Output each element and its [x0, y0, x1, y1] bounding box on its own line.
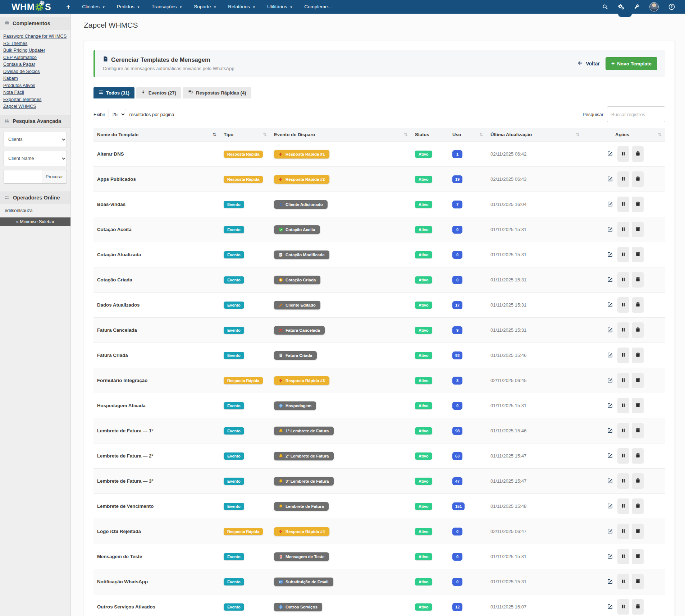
pause-button[interactable] — [617, 574, 629, 589]
pause-button[interactable] — [617, 247, 629, 262]
edit-button[interactable] — [605, 348, 615, 363]
sidebar-addon-link[interactable]: Kabam — [3, 75, 68, 82]
delete-button[interactable] — [632, 297, 644, 313]
pause-button[interactable] — [617, 524, 629, 539]
search-icon[interactable] — [602, 4, 608, 10]
column-header[interactable]: Tipo⇅ — [220, 128, 270, 142]
sort-icon[interactable]: ⇅ — [658, 132, 662, 137]
tab-todos-31-[interactable]: Todos (31) — [93, 87, 134, 98]
edit-button[interactable] — [605, 146, 615, 162]
back-button[interactable]: Voltar — [577, 60, 600, 67]
delete-button[interactable] — [632, 524, 644, 539]
delete-button[interactable] — [632, 398, 644, 413]
column-header[interactable]: Nome do Template⇅ — [93, 128, 220, 142]
pause-button[interactable] — [617, 322, 629, 338]
per-page-select[interactable]: 25 — [109, 109, 126, 120]
delete-button[interactable] — [632, 549, 644, 564]
sort-icon[interactable]: ⇅ — [576, 132, 580, 137]
sidebar-addon-link[interactable]: Password Change for WHMCS — [3, 33, 68, 40]
pause-button[interactable] — [617, 498, 629, 514]
system-settings-icon[interactable] — [634, 4, 640, 10]
edit-button[interactable] — [605, 473, 615, 489]
pause-button[interactable] — [617, 272, 629, 288]
table-search-input[interactable] — [607, 106, 665, 122]
sidebar-addon-link[interactable]: Bulk Pricing Updater — [3, 47, 68, 54]
edit-button[interactable] — [605, 297, 615, 313]
sidebar-addon-link[interactable]: Nota Fácil — [3, 89, 68, 96]
pause-button[interactable] — [617, 146, 629, 162]
edit-button[interactable] — [605, 599, 615, 615]
procurar-button[interactable]: Procurar — [42, 170, 67, 184]
column-header[interactable]: Última Atualização⇅ — [487, 128, 583, 142]
pause-button[interactable] — [617, 423, 629, 438]
pause-button[interactable] — [617, 448, 629, 464]
whmcs-logo[interactable]: WHMS — [12, 2, 51, 12]
sort-icon[interactable]: ⇅ — [213, 132, 216, 137]
delete-button[interactable] — [632, 348, 644, 363]
pause-button[interactable] — [617, 348, 629, 363]
edit-button[interactable] — [605, 448, 615, 464]
edit-button[interactable] — [605, 322, 615, 338]
edit-button[interactable] — [605, 498, 615, 514]
pause-button[interactable] — [617, 473, 629, 489]
delete-button[interactable] — [632, 599, 644, 615]
nav-item-compleme[interactable]: Compleme... — [298, 0, 338, 14]
sort-icon[interactable]: ⇅ — [479, 132, 483, 137]
sidebar-addon-link[interactable]: Produtos Ativos — [3, 82, 68, 89]
delete-button[interactable] — [632, 146, 644, 162]
pause-button[interactable] — [617, 398, 629, 413]
sidebar-addon-link[interactable]: Contas a Pagar — [3, 61, 68, 68]
edit-button[interactable] — [605, 272, 615, 288]
sidebar-addon-link[interactable]: Zapcel WHMCS — [3, 103, 68, 110]
search-field-select[interactable]: Client Name — [4, 151, 67, 166]
pause-button[interactable] — [617, 549, 629, 564]
delete-button[interactable] — [632, 574, 644, 589]
pause-button[interactable] — [617, 599, 629, 615]
nav-item-pedidos[interactable]: Pedidos ▾ — [111, 0, 146, 14]
help-icon[interactable]: ? — [668, 4, 675, 10]
sidebar-addon-link[interactable]: Exportar Telefones — [3, 96, 68, 103]
pause-button[interactable] — [617, 171, 629, 187]
minimise-sidebar-button[interactable]: « Minimise Sidebar — [0, 217, 70, 226]
edit-button[interactable] — [605, 171, 615, 187]
pause-button[interactable] — [617, 197, 629, 212]
nav-item-clientes[interactable]: Clientes ▾ — [76, 0, 111, 14]
column-header[interactable]: Ações⇅ — [583, 128, 665, 142]
column-header[interactable]: Uso⇅ — [449, 128, 487, 142]
avatar[interactable] — [649, 2, 659, 12]
edit-button[interactable] — [605, 574, 615, 589]
tab-respostas-r-pidas-4-[interactable]: Respostas Rápidas (4) — [183, 87, 251, 98]
nav-item-utilitrios[interactable]: Utilitários ▾ — [261, 0, 298, 14]
delete-button[interactable] — [632, 373, 644, 388]
edit-button[interactable] — [605, 247, 615, 262]
sidebar-addon-link[interactable]: RS Themes — [3, 40, 68, 47]
edit-button[interactable] — [605, 373, 615, 388]
pause-button[interactable] — [617, 373, 629, 388]
delete-button[interactable] — [632, 247, 644, 262]
delete-button[interactable] — [632, 272, 644, 288]
sidebar-addon-link[interactable]: CEP Automático — [3, 54, 68, 61]
nav-item-transaes[interactable]: Transações ▾ — [145, 0, 188, 14]
edit-button[interactable] — [605, 423, 615, 438]
edit-button[interactable] — [605, 549, 615, 564]
new-template-button[interactable]: + Novo Template — [606, 57, 657, 70]
edit-button[interactable] — [605, 398, 615, 413]
nav-item-suporte[interactable]: Suporte ▾ — [188, 0, 222, 14]
edit-button[interactable] — [605, 197, 615, 212]
column-header[interactable]: Evento de Disparo⇅ — [270, 128, 411, 142]
search-term-input[interactable] — [4, 170, 42, 184]
tab-eventos-27-[interactable]: Eventos (27) — [136, 87, 181, 98]
sort-icon[interactable]: ⇅ — [263, 132, 267, 137]
delete-button[interactable] — [632, 448, 644, 464]
addon-modules-icon[interactable] — [618, 4, 624, 10]
delete-button[interactable] — [632, 322, 644, 338]
sidebar-addon-link[interactable]: Divisão de Sócios — [3, 68, 68, 75]
edit-button[interactable] — [605, 222, 615, 237]
nav-item-relatrios[interactable]: Relatórios ▾ — [222, 0, 261, 14]
quick-add-icon[interactable]: + — [60, 0, 76, 14]
delete-button[interactable] — [632, 498, 644, 514]
delete-button[interactable] — [632, 222, 644, 237]
delete-button[interactable] — [632, 171, 644, 187]
sort-icon[interactable]: ⇅ — [404, 132, 408, 137]
pause-button[interactable] — [617, 222, 629, 237]
